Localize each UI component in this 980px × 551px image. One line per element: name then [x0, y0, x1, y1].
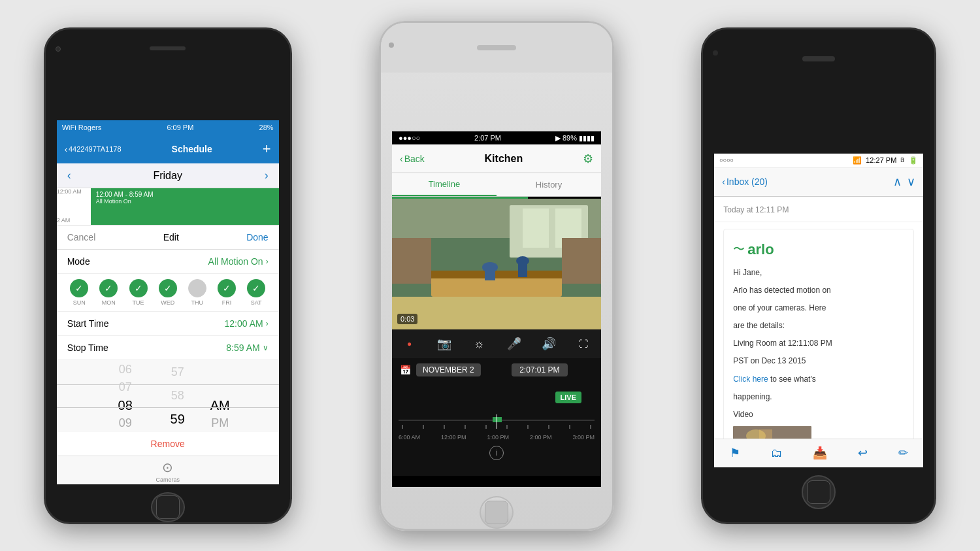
p1-mode-value: All Motion On ›	[208, 256, 269, 267]
p1-week-title: Friday	[153, 170, 182, 182]
p3-video-thumbnail[interactable]	[733, 426, 811, 438]
p2-gear-button[interactable]: ⚙	[583, 152, 593, 166]
p2-nav-title: Kitchen	[485, 153, 523, 165]
svg-rect-5	[431, 277, 562, 297]
p1-battery: 28%	[259, 124, 274, 131]
p3-wifi-icon: 📶	[853, 156, 862, 165]
p3-back-button[interactable]: ‹ Inbox (20)	[722, 176, 768, 187]
p1-day-thu[interactable]: THU	[188, 279, 206, 306]
phone-1-content: WiFi Rogers 6:09 PM 28% ‹ 4422497TA1178 …	[57, 120, 279, 456]
p1-picker-ampm: AM PM	[204, 360, 237, 432]
p3-pst-date: PST on Dec 13 2015	[733, 355, 904, 367]
svg-rect-6	[431, 271, 562, 278]
p2-speaker-button[interactable]: 🔊	[539, 337, 559, 351]
p2-calendar-icon: 📅	[400, 365, 411, 375]
p1-day-fri[interactable]: ✓ FRI	[218, 279, 236, 306]
p3-compose-button[interactable]: ✏	[898, 446, 908, 460]
p1-stop-value: 8:59 AM	[226, 342, 259, 353]
p2-fullscreen-button[interactable]: ⛶	[574, 339, 593, 349]
p2-brightness-button[interactable]: ☼	[469, 337, 489, 351]
p2-timeline-area: 📅 NOVEMBER 2 2:07:01 PM LIVE	[392, 358, 601, 476]
p2-signal: ●●●○○	[399, 134, 420, 142]
p1-next-week[interactable]: ›	[265, 169, 269, 182]
p1-prev-week[interactable]: ‹	[67, 169, 71, 182]
p3-archive-button[interactable]: 📥	[813, 446, 827, 460]
p2-time-badge: 2:07:01 PM	[512, 363, 567, 376]
p1-done-button[interactable]: Done	[246, 232, 268, 242]
p3-prev-button[interactable]: ∧	[893, 175, 902, 189]
p1-day-sun[interactable]: ✓ SUN	[70, 279, 88, 306]
p1-stop-time-row[interactable]: Stop Time 8:59 AM ∨	[57, 336, 279, 360]
p3-greeting: Hi Jane,	[733, 267, 904, 279]
p2-tab-timeline[interactable]: Timeline	[392, 173, 497, 196]
p1-day-wed[interactable]: ✓ WED	[159, 279, 177, 306]
phone-1-camera	[56, 46, 61, 52]
p2-mic-button[interactable]: 🎤	[504, 337, 524, 351]
p2-tab-history[interactable]: History	[497, 173, 601, 196]
svg-rect-12	[562, 238, 601, 284]
p1-time: 6:09 PM	[167, 124, 193, 131]
phone-3-home-inner	[807, 480, 830, 504]
p2-nav-bar: ‹ Back Kitchen ⚙	[392, 144, 601, 173]
svg-rect-3	[523, 209, 549, 248]
phone-3-camera	[713, 50, 718, 56]
p1-day-mon[interactable]: ✓ MON	[99, 279, 118, 306]
p2-snapshot-button[interactable]: 📷	[434, 337, 454, 351]
p3-click-here-link[interactable]: Click here	[733, 375, 768, 384]
p1-stop-chevron: ∨	[263, 343, 269, 352]
p1-carrier: WiFi Rogers	[62, 124, 102, 131]
p3-folder-button[interactable]: 🗂	[771, 446, 783, 460]
p1-day-circle-sat: ✓	[247, 279, 265, 297]
phone-1-top	[46, 29, 290, 69]
p1-stop-label: Stop Time	[67, 342, 108, 353]
p3-flag-button[interactable]: ⚑	[730, 446, 740, 460]
p1-add-button[interactable]: +	[263, 141, 271, 158]
p2-video[interactable]: 0:03	[392, 199, 601, 329]
p1-cancel-button[interactable]: Cancel	[67, 232, 96, 242]
p1-mode-label: Mode	[67, 256, 90, 267]
phone-1-home-inner	[156, 495, 180, 519]
phone-2-content: ●●●○○ 2:07 PM ▶ 89% ▮▮▮▮ ‹ Back Kitchen …	[392, 131, 601, 487]
p1-remove-button[interactable]: Remove	[57, 432, 279, 456]
p2-info-button[interactable]: i	[489, 446, 504, 460]
p3-nav-bar: ‹ Inbox (20) ∧ ∨	[714, 168, 923, 197]
phone-2-screen: ●●●○○ 2:07 PM ▶ 89% ▮▮▮▮ ‹ Back Kitchen …	[392, 131, 601, 487]
p3-status-bar: ○○○○ 📶 12:27 PM 𝔹 🔋	[714, 154, 923, 168]
phone-1-speaker	[150, 46, 186, 50]
p1-nav-bar: ‹ 4422497TA1178 Schedule +	[57, 135, 279, 163]
p1-day-circle-mon: ✓	[99, 279, 118, 297]
p2-back-button[interactable]: ‹ Back	[400, 154, 425, 164]
p2-record-button[interactable]: ●	[400, 339, 419, 348]
p3-body-line1: Arlo has detected motion on	[733, 284, 904, 297]
p2-status-bar: ●●●○○ 2:07 PM ▶ 89% ▮▮▮▮	[392, 131, 601, 144]
phone-3-home[interactable]	[802, 475, 836, 509]
p3-thumb-light	[746, 429, 766, 438]
p2-time-ticks: 6:00 AM 12:00 PM 1:00 PM 2:00 PM 3:00 PM	[392, 434, 601, 441]
p1-cameras-label: Cameras	[155, 476, 180, 483]
phone-1-home[interactable]	[151, 492, 185, 522]
phone-3-top	[703, 29, 934, 88]
p1-day-sat[interactable]: ✓ SAT	[247, 279, 265, 306]
p1-cameras-tab[interactable]: ⊙ Cameras	[155, 459, 180, 481]
p1-day-tue[interactable]: ✓ TUE	[129, 279, 148, 306]
p1-block-title: 12:00 AM - 8:59 AM	[96, 191, 274, 198]
p1-time-picker[interactable]: 06 07 08 09 57 58 59 AM	[57, 360, 279, 432]
p1-mode-row[interactable]: Mode All Motion On ›	[57, 250, 279, 274]
phone-3-speaker	[802, 56, 835, 61]
p1-back-button[interactable]: ‹ 4422497TA1178	[65, 144, 122, 154]
p2-video-timestamp: 0:03	[397, 314, 417, 324]
p2-battery: ▶ 89% ▮▮▮▮	[555, 134, 595, 142]
p3-action-bar: ⚑ 🗂 📥 ↩ ✏	[714, 439, 923, 467]
p1-mode-chevron: ›	[266, 257, 269, 266]
p3-next-button[interactable]: ∨	[907, 175, 915, 189]
p3-happening: happening.	[733, 391, 904, 403]
p3-arlo-icon: 〜	[733, 241, 745, 258]
p3-reply-button[interactable]: ↩	[858, 446, 868, 460]
p1-week-nav: ‹ Friday ›	[57, 163, 279, 188]
phone-2-home[interactable]	[480, 496, 514, 529]
p2-timeline-track[interactable]: LIVE	[399, 382, 595, 434]
p2-date-badge: NOVEMBER 2	[416, 363, 481, 376]
p2-tabs: Timeline History	[392, 173, 601, 197]
p1-start-time-row[interactable]: Start Time 12:00 AM ›	[57, 312, 279, 336]
p3-bluetooth-icon: 𝔹	[900, 157, 905, 163]
